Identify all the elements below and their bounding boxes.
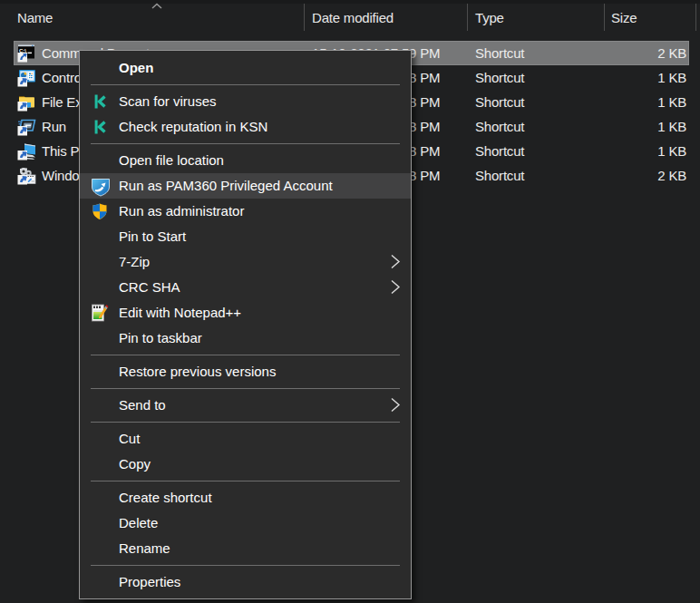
svg-text:C:\: C:\ [19,48,26,53]
